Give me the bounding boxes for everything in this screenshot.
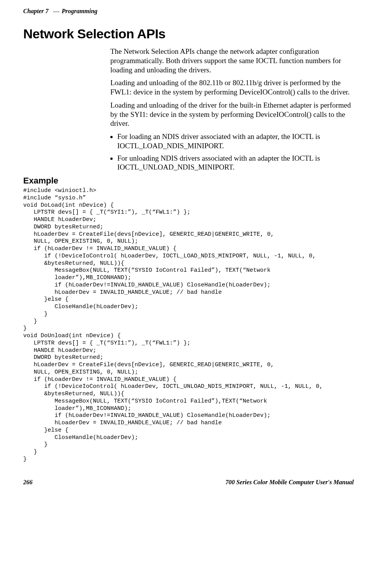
section-title: Network Selection APIs [23, 26, 354, 41]
example-heading: Example [23, 176, 354, 186]
bullet-item-1: For loading an NDIS driver associated wi… [117, 132, 354, 151]
footer-page-number: 266 [23, 479, 33, 486]
paragraph-1: The Network Selection APIs change the ne… [110, 47, 354, 74]
header-dash: — [53, 8, 59, 15]
paragraph-2: Loading and unloading of the 802.11b or … [110, 78, 354, 97]
paragraph-3: Loading and unloading of the driver for … [110, 101, 354, 128]
page-header: Chapter 7 — Programming [23, 8, 354, 15]
bullet-item-2: For unloading NDIS drivers associated wi… [117, 154, 354, 172]
body-content: The Network Selection APIs change the ne… [110, 47, 354, 172]
code-block: #include <winioctl.h> #include “sysio.h”… [23, 187, 354, 463]
page-footer: 266 700 Series Color Mobile Computer Use… [23, 479, 354, 486]
header-chapter: Chapter 7 [23, 8, 48, 15]
header-section: Programming [62, 8, 97, 15]
bullet-list: For loading an NDIS driver associated wi… [110, 132, 354, 172]
footer-manual-title: 700 Series Color Mobile Computer User's … [225, 479, 354, 486]
